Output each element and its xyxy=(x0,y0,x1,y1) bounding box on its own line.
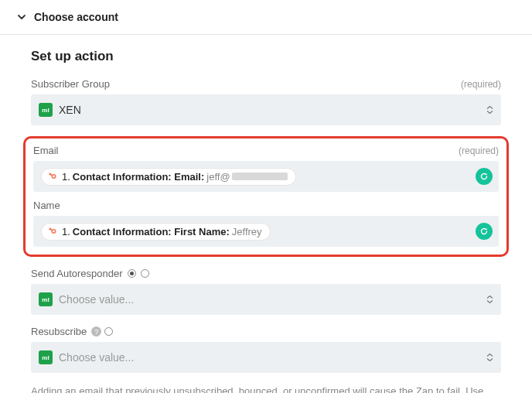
mailerlite-icon: ml xyxy=(39,350,53,364)
pill-email[interactable]: 1. Contact Information: Email: jeff@ xyxy=(41,168,296,186)
input-email[interactable]: 1. Contact Information: Email: jeff@ xyxy=(33,161,499,192)
refresh-button[interactable] xyxy=(476,223,493,240)
select-caret-icon xyxy=(486,354,493,362)
refresh-button[interactable] xyxy=(476,168,493,185)
field-name: Name 1. Contact Information: First Name:… xyxy=(33,200,499,247)
pill-value: Jeffrey xyxy=(232,226,262,238)
field-email: Email (required) 1. Contact Information:… xyxy=(33,145,499,192)
required-label: (required) xyxy=(459,145,499,156)
radio-group-resubscribe xyxy=(104,327,113,336)
pill-value-prefix: jeff@ xyxy=(206,171,230,183)
redacted-value xyxy=(232,173,288,180)
field-subscriber-group: Subscriber Group (required) ml XEN xyxy=(31,78,501,125)
help-icon[interactable]: ? xyxy=(91,326,101,337)
label-email: Email xyxy=(33,145,59,156)
hubspot-icon xyxy=(46,171,57,182)
field-resubscribe: Resubscribe ? ml Choose value... xyxy=(31,326,501,373)
mailerlite-icon: ml xyxy=(39,292,53,306)
radio-option[interactable] xyxy=(104,327,113,336)
mailerlite-icon: ml xyxy=(39,103,53,117)
label-resubscribe: Resubscribe xyxy=(31,326,87,337)
pill-step: 1. xyxy=(62,226,70,238)
pill-path: Contact Information: Email: xyxy=(73,171,204,183)
select-subscriber-group[interactable]: ml XEN xyxy=(31,94,501,125)
accordion-title: Choose account xyxy=(34,11,118,23)
radio-group-autoresponder xyxy=(128,269,149,278)
label-autoresponder: Send Autoresponder xyxy=(31,268,123,279)
resubscribe-help-text: Adding an email that previously unsubscr… xyxy=(31,384,501,393)
select-placeholder: Choose value... xyxy=(59,293,134,306)
highlight-box: Email (required) 1. Contact Information:… xyxy=(23,136,509,257)
label-subscriber-group: Subscriber Group xyxy=(31,78,110,90)
accordion-choose-account[interactable]: Choose account xyxy=(0,0,532,35)
pill-name[interactable]: 1. Contact Information: First Name: Jeff… xyxy=(41,223,271,241)
pill-step: 1. xyxy=(62,171,70,183)
radio-option[interactable] xyxy=(141,269,149,278)
select-resubscribe[interactable]: ml Choose value... xyxy=(31,342,501,373)
select-caret-icon xyxy=(486,296,493,304)
input-name[interactable]: 1. Contact Information: First Name: Jeff… xyxy=(33,216,499,247)
select-autoresponder[interactable]: ml Choose value... xyxy=(31,284,501,315)
hubspot-icon xyxy=(46,226,57,237)
select-caret-icon xyxy=(486,106,493,114)
section-title: Set up action xyxy=(31,49,501,64)
required-label: (required) xyxy=(461,79,501,90)
field-autoresponder: Send Autoresponder ml Choose value... xyxy=(31,268,501,315)
subscriber-group-value: XEN xyxy=(59,104,81,116)
label-name: Name xyxy=(33,200,60,211)
radio-option[interactable] xyxy=(128,269,136,278)
chevron-down-icon xyxy=(17,12,26,22)
pill-path: Contact Information: First Name: xyxy=(73,226,230,238)
select-placeholder: Choose value... xyxy=(59,351,134,364)
